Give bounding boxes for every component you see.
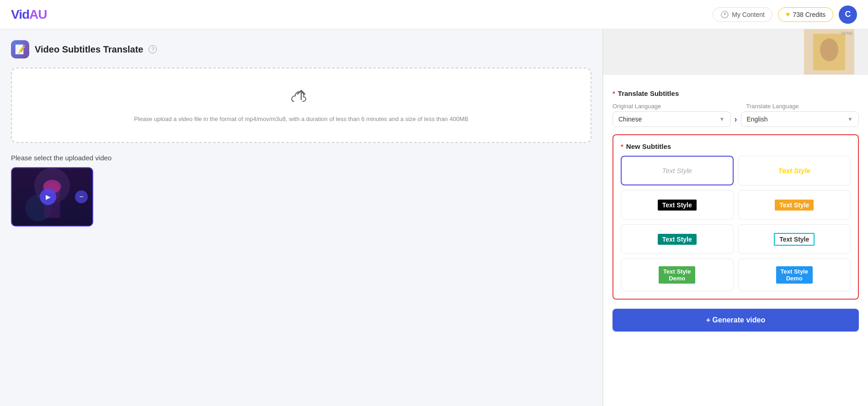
- original-language-select[interactable]: Chinese ▼: [612, 111, 731, 127]
- my-content-button[interactable]: 🕐 My Content: [713, 7, 772, 22]
- video-section: Please select the uploaded video: [11, 154, 591, 227]
- style-card-plain[interactable]: Text Style: [621, 156, 734, 185]
- translate-language-select[interactable]: English ▼: [741, 111, 859, 127]
- style-card-orange-bg[interactable]: Text Style: [738, 190, 851, 220]
- preview-top: TikTok: [603, 29, 868, 75]
- video-thumbnail[interactable]: ▶ −: [11, 167, 93, 227]
- chevron-down-icon-2: ▼: [847, 116, 853, 122]
- arrow-right-icon: ›: [735, 115, 737, 124]
- style-preview-orange-bg: Text Style: [775, 200, 814, 211]
- style-preview-outline: Text Style: [774, 233, 815, 246]
- clock-icon: 🕐: [720, 11, 729, 19]
- upload-instruction: Please upload a video file in the format…: [23, 115, 580, 124]
- credits-label: 738 Credits: [793, 11, 825, 18]
- translate-subtitles-title: * Translate Subtitles: [612, 90, 859, 97]
- main-layout: 📝 Video Subtitles Translate ? Please upl…: [0, 29, 868, 406]
- original-lang-label: Original Language: [612, 103, 725, 110]
- upload-zone[interactable]: Please upload a video file in the format…: [11, 68, 591, 143]
- style-card-black-bg[interactable]: Text Style: [621, 190, 734, 220]
- style-card-outline[interactable]: Text Style: [738, 224, 851, 254]
- page-title: Video Subtitles Translate: [35, 44, 143, 55]
- heart-icon: ♥: [786, 11, 790, 19]
- required-marker: *: [612, 90, 615, 97]
- style-preview-yellow: Text Style: [778, 167, 810, 174]
- play-button[interactable]: ▶: [40, 189, 56, 205]
- credits-button[interactable]: ♥ 738 Credits: [778, 7, 833, 22]
- style-preview-green-demo: Text StyleDemo: [659, 266, 695, 284]
- lang-labels-row: Original Language Translate Language: [612, 103, 859, 110]
- svg-point-9: [820, 38, 838, 61]
- generate-video-button[interactable]: + Generate video: [612, 309, 859, 332]
- my-content-label: My Content: [732, 11, 765, 18]
- style-card-yellow[interactable]: Text Style: [738, 156, 851, 185]
- style-preview-plain: Text Style: [662, 167, 692, 174]
- right-scroll: * Translate Subtitles Original Language …: [603, 75, 868, 341]
- left-panel: 📝 Video Subtitles Translate ? Please upl…: [0, 29, 602, 406]
- new-subtitles-title: * New Subtitles: [621, 142, 851, 150]
- style-card-blue-demo[interactable]: Text StyleDemo: [738, 258, 851, 291]
- style-preview-blue-demo: Text StyleDemo: [776, 266, 813, 284]
- page-header: 📝 Video Subtitles Translate ?: [11, 40, 591, 58]
- original-language-value: Chinese: [618, 116, 642, 123]
- translate-lang-label: Translate Language: [746, 103, 859, 110]
- style-preview-teal-bg: Text Style: [658, 234, 697, 245]
- logo: VidAU: [11, 7, 47, 22]
- chevron-down-icon: ▼: [719, 116, 725, 122]
- new-subtitles-required: *: [621, 142, 623, 150]
- language-selectors-row: Chinese ▼ › English ▼: [612, 111, 859, 127]
- header: VidAU 🕐 My Content ♥ 738 Credits C: [0, 0, 868, 29]
- upload-icon: [23, 87, 580, 109]
- video-thumbnails: ▶ −: [11, 167, 591, 227]
- new-subtitles-section: * New Subtitles Text Style Text Style Te…: [612, 134, 859, 300]
- page-icon: 📝: [11, 40, 29, 58]
- translate-language-value: English: [747, 116, 768, 123]
- style-card-teal-bg[interactable]: Text Style: [621, 224, 734, 254]
- subtitles-icon: 📝: [15, 44, 26, 55]
- header-right: 🕐 My Content ♥ 738 Credits C: [713, 5, 857, 24]
- help-icon[interactable]: ?: [149, 45, 157, 53]
- generate-video-label: + Generate video: [706, 316, 765, 324]
- subtitle-styles-grid: Text Style Text Style Text Style Text St…: [621, 156, 851, 291]
- avatar[interactable]: C: [839, 5, 857, 24]
- video-section-title: Please select the uploaded video: [11, 154, 591, 162]
- remove-button[interactable]: −: [75, 190, 88, 203]
- style-card-green-demo[interactable]: Text StyleDemo: [621, 258, 734, 291]
- right-panel: TikTok * Translate Subtitles Original La…: [603, 29, 868, 406]
- style-preview-black-bg: Text Style: [658, 200, 697, 211]
